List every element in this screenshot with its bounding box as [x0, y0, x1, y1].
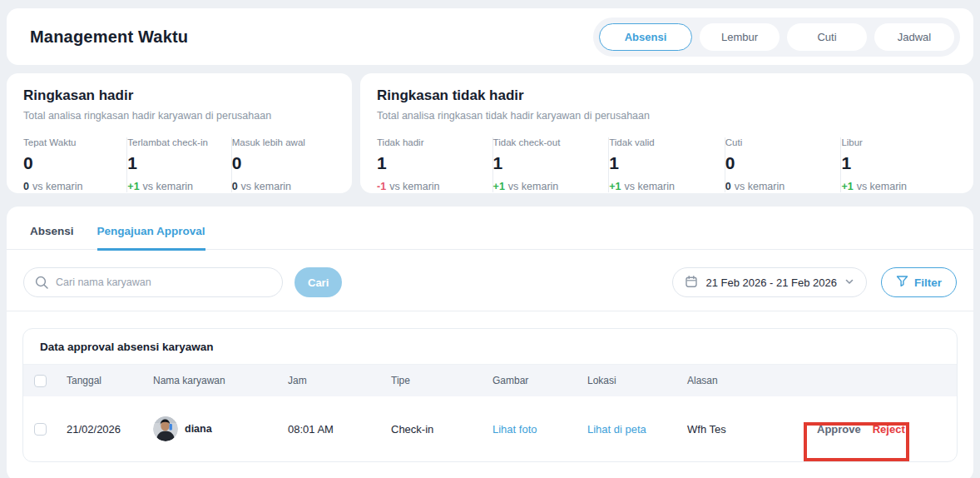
summary-row: Ringkasan hadir Total analisa ringkasan …: [7, 73, 973, 193]
stat-masuk-lebih-awal: Masuk lebih awal 0 0vs kemarin: [232, 137, 335, 192]
page-title: Management Waktu: [30, 27, 188, 47]
toolbar: Cari 21 Feb 2026 - 21 Feb 2026 Filter: [7, 250, 973, 311]
col-lokasi: Lokasi: [577, 375, 677, 386]
summary-card-hadir: Ringkasan hadir Total analisa ringkasan …: [7, 73, 352, 193]
table-row: 21/02/2026 diana 08:01 AM Check-in Lihat…: [23, 396, 957, 461]
tab-pengajuan-approval[interactable]: Pengajuan Approval: [97, 225, 205, 251]
funnel-icon: [896, 275, 908, 290]
search-input[interactable]: [23, 267, 283, 297]
module-tab-group: Absensi Lembur Cuti Jadwal: [593, 17, 960, 57]
stat-cuti: Cuti 0 0vs kemarin: [725, 137, 842, 192]
col-jam: Jam: [278, 375, 381, 386]
table-title: Data approval absensi karyawan: [23, 329, 957, 365]
row-checkbox[interactable]: [34, 423, 47, 436]
tab-absensi-list[interactable]: Absensi: [30, 225, 74, 251]
tab-jadwal[interactable]: Jadwal: [874, 23, 954, 51]
select-all-checkbox[interactable]: [34, 375, 47, 387]
row-type: Check-in: [381, 423, 483, 436]
date-range-picker[interactable]: 21 Feb 2026 - 21 Feb 2026: [672, 267, 867, 297]
approval-table: Data approval absensi karyawan Tanggal N…: [22, 328, 958, 462]
row-reason: Wfh Tes: [677, 423, 797, 436]
search-box: [23, 267, 283, 297]
stat-tidak-hadir: Tidak hadir 1 -1vs kemarin: [377, 137, 493, 192]
tab-lembur[interactable]: Lembur: [700, 23, 780, 51]
app-header: Management Waktu Absensi Lembur Cuti Jad…: [7, 8, 973, 65]
col-alasan: Alasan: [677, 375, 797, 386]
approve-button[interactable]: Approve: [817, 423, 861, 436]
search-icon: [34, 275, 49, 293]
col-gambar: Gambar: [483, 375, 577, 386]
summary-tidak-hadir-subtitle: Total analisa ringkasan tidak hadir kary…: [377, 110, 957, 122]
tab-absensi[interactable]: Absensi: [599, 23, 692, 51]
col-tanggal: Tanggal: [57, 375, 143, 386]
tab-cuti[interactable]: Cuti: [787, 23, 867, 51]
summary-tidak-hadir-title: Ringkasan tidak hadir: [377, 87, 957, 104]
stat-tepat-waktu: Tepat Waktu 0 0vs kemarin: [23, 137, 127, 192]
avatar: [153, 416, 178, 441]
table-header-row: Tanggal Nama karyawan Jam Tipe Gambar Lo…: [23, 365, 957, 396]
row-date: 21/02/2026: [57, 423, 143, 436]
summary-hadir-subtitle: Total analisa ringkasan hadir karyawan d…: [23, 110, 335, 122]
stat-libur: Libur 1 +1vs kemarin: [841, 137, 957, 192]
stat-tidak-valid: Tidak valid 1 +1vs kemarin: [609, 137, 725, 192]
chevron-down-icon: [844, 276, 854, 289]
reject-button[interactable]: Reject: [873, 423, 905, 436]
search-submit-button[interactable]: Cari: [294, 267, 342, 297]
calendar-icon: [685, 275, 698, 291]
content-tab-bar: Absensi Pengajuan Approval: [7, 225, 973, 250]
main-content-card: Absensi Pengajuan Approval Cari 21 Feb 2…: [7, 207, 973, 478]
date-range-value: 21 Feb 2026 - 21 Feb 2026: [705, 276, 837, 289]
stat-tidak-checkout: Tidak check-out 1 +1vs kemarin: [493, 137, 610, 192]
col-nama: Nama karyawan: [143, 375, 278, 386]
filter-button[interactable]: Filter: [881, 267, 957, 297]
summary-hadir-title: Ringkasan hadir: [23, 87, 335, 104]
employee-name: diana: [185, 423, 212, 435]
toolbar-divider: [7, 311, 973, 311]
view-photo-link[interactable]: Lihat foto: [492, 423, 537, 436]
view-map-link[interactable]: Lihat di peta: [587, 423, 646, 436]
summary-card-tidak-hadir: Ringkasan tidak hadir Total analisa ring…: [360, 73, 973, 193]
row-time: 08:01 AM: [278, 423, 381, 436]
stat-terlambat-checkin: Terlambat check-in 1 +1vs kemarin: [127, 137, 231, 192]
col-tipe: Tipe: [381, 375, 483, 386]
